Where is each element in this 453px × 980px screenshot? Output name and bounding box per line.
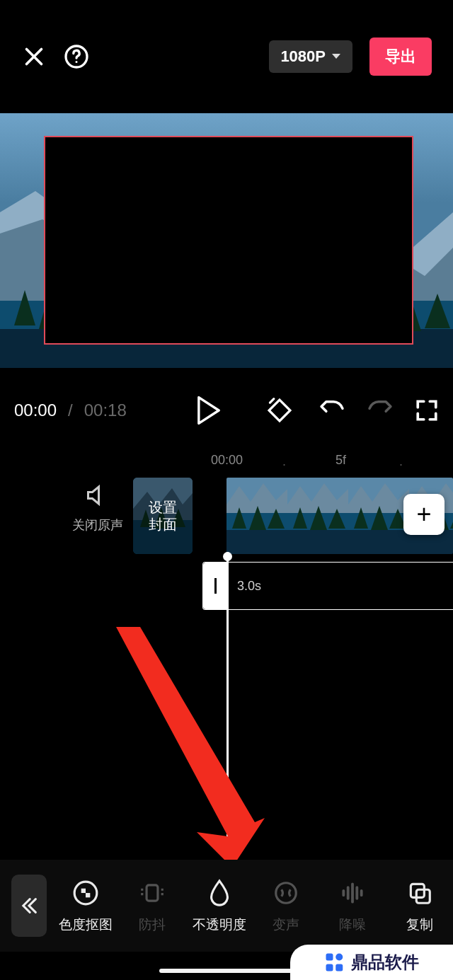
chroma-icon	[72, 880, 99, 906]
tool-copy[interactable]: 复制	[386, 877, 453, 934]
redo-button[interactable]	[367, 398, 394, 422]
svg-rect-25	[326, 954, 333, 961]
svg-point-1	[76, 61, 78, 63]
playback-bar: 00:00 / 00:18	[0, 368, 453, 453]
voice-icon	[273, 880, 299, 906]
tool-stabilize[interactable]: 防抖	[119, 877, 185, 934]
export-label: 导出	[385, 47, 416, 65]
add-clip-button[interactable]: +	[403, 494, 445, 535]
home-indicator[interactable]	[159, 969, 294, 973]
mute-label: 关闭原声	[72, 517, 123, 534]
tool-chroma-key[interactable]: 色度抠图	[52, 877, 119, 934]
keyframe-button[interactable]	[266, 397, 293, 424]
preview-canvas[interactable]	[0, 113, 453, 368]
tool-opacity[interactable]: 不透明度	[186, 877, 253, 934]
tool-noise-reduce[interactable]: 降噪	[319, 877, 386, 934]
svg-rect-13	[348, 530, 409, 554]
svg-marker-17	[116, 627, 265, 867]
noise-icon	[339, 880, 366, 906]
cover-label: 设置 封面	[149, 499, 177, 533]
resolution-label: 1080P	[280, 47, 326, 66]
svg-rect-20	[86, 893, 90, 897]
help-button[interactable]	[64, 44, 89, 69]
svg-rect-19	[81, 889, 86, 893]
svg-rect-27	[326, 964, 333, 972]
annotation-arrow	[116, 627, 265, 867]
play-button[interactable]	[197, 396, 221, 425]
undo-button[interactable]	[319, 398, 345, 422]
stabilize-icon	[139, 880, 166, 906]
svg-point-26	[336, 954, 343, 961]
resolution-button[interactable]: 1080P	[269, 40, 352, 73]
svg-point-22	[276, 883, 297, 904]
chevron-down-icon	[331, 53, 341, 60]
opacity-icon	[207, 879, 232, 907]
ruler-tick: 5f	[336, 453, 346, 468]
svg-rect-10	[287, 530, 348, 554]
time-current: 00:00	[14, 400, 57, 420]
overlay-clip[interactable]: 3.0s	[202, 562, 453, 610]
svg-rect-28	[336, 964, 343, 972]
ruler-tick: 00:00	[211, 453, 243, 468]
mute-button[interactable]	[85, 483, 110, 511]
watermark: 鼎品软件	[290, 945, 453, 980]
time-ruler[interactable]: 00:00 · 5f ·	[0, 453, 453, 474]
bottom-toolbar: 色度抠图 防抖 不透明度 变声 降噪 复制	[0, 860, 453, 952]
watermark-logo-icon	[324, 952, 345, 973]
export-button[interactable]: 导出	[369, 38, 432, 76]
fullscreen-button[interactable]	[415, 398, 439, 422]
clip-duration: 3.0s	[237, 579, 261, 594]
set-cover-button[interactable]: 设置 封面	[133, 478, 193, 554]
copy-icon	[406, 880, 433, 906]
svg-rect-7	[226, 530, 287, 554]
toolbar-collapse-button[interactable]	[11, 875, 47, 937]
time-total: 00:18	[84, 400, 127, 420]
svg-rect-21	[147, 885, 159, 901]
clip-trim-handle[interactable]	[203, 563, 227, 609]
selection-frame[interactable]	[44, 136, 413, 345]
close-button[interactable]	[21, 44, 47, 69]
time-sep: /	[68, 400, 73, 420]
tool-voice-change[interactable]: 变声	[253, 877, 319, 934]
